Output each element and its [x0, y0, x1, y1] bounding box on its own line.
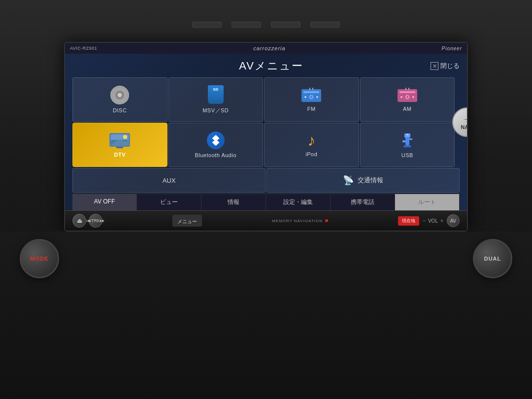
usb-icon [400, 132, 414, 149]
svg-point-11 [406, 96, 408, 98]
aux-button[interactable]: AUX [72, 168, 266, 193]
dtv-icon [108, 132, 131, 149]
traffic-button[interactable]: 📡 交通情報 [266, 168, 460, 193]
model-label: AVIC-RZ901 [70, 46, 97, 51]
mode-knob[interactable]: MODE [20, 239, 59, 278]
msvsd-label: MSV／SD [202, 107, 229, 114]
prev-button[interactable]: ⏮TRK⏭ [89, 214, 102, 228]
disc-button[interactable]: DISC [72, 77, 167, 122]
power-indicator [325, 219, 328, 222]
svg-rect-9 [399, 91, 415, 93]
dual-knob-label: DUAL [484, 256, 501, 262]
navi-label: NAVI [461, 124, 468, 130]
vol-label: VOL [428, 218, 438, 224]
vent-slot [271, 22, 300, 28]
disc-icon [110, 86, 129, 104]
dtv-button[interactable]: DTV [72, 123, 167, 167]
menu-group: メニュー [172, 215, 202, 227]
carrozzeria-label: carrozzeria [253, 45, 285, 51]
car-interior: MODE DUAL [0, 232, 532, 399]
bluetooth-icon [207, 132, 225, 149]
svg-rect-1 [303, 91, 319, 93]
svg-point-27 [406, 133, 408, 135]
note-icon: ♪ [307, 133, 315, 148]
menu-label: メニュー [177, 219, 197, 224]
fm-icon [300, 87, 322, 103]
traffic-icon: 📡 [343, 175, 354, 186]
tab-info[interactable]: 情報 [201, 194, 266, 210]
close-x-icon: ✕ [431, 62, 438, 70]
left-controls: ⏏ ⏮TRK⏭ [72, 214, 102, 228]
svg-point-4 [304, 96, 306, 98]
vent-slot [310, 22, 340, 28]
right-controls: 現在地 － VOL ＋ AV [398, 214, 460, 227]
svg-point-13 [412, 96, 414, 98]
svg-rect-24 [403, 145, 411, 147]
svg-point-20 [123, 135, 127, 139]
memory-nav-label: MEMORY NAVIGATION [272, 219, 323, 223]
vol-plus-icon: ＋ [439, 217, 444, 224]
svg-rect-26 [409, 138, 412, 140]
vol-group: － VOL ＋ [422, 217, 444, 224]
svg-rect-21 [116, 147, 123, 148]
usb-label: USB [401, 152, 413, 158]
tab-route[interactable]: ルート [395, 194, 460, 210]
svg-rect-25 [402, 140, 405, 142]
screen-title: AVメニュー [112, 59, 431, 73]
usb-button[interactable]: USB [360, 123, 455, 167]
av-grid: DISC MSV／SD [72, 77, 455, 167]
controls-bar: ⏏ ⏮TRK⏭ メニュー MEMORY NAVIGATION 現在地 － VOL… [65, 210, 467, 231]
vent-slot [192, 22, 222, 28]
fm-button[interactable]: FM [264, 77, 359, 122]
bluetooth-audio-label: Bluetooth Audio [195, 152, 236, 158]
svg-point-3 [310, 96, 312, 98]
ipod-label: iPod [305, 151, 317, 157]
aux-label: AUX [163, 177, 176, 184]
head-unit: AVIC-RZ901 carrozzeria Pioneer AVメニュー ✕ … [64, 42, 468, 232]
msvsd-button[interactable]: MSV／SD [168, 77, 264, 122]
screen-header: AVメニュー ✕ 閉じる [72, 59, 460, 73]
fm-label: FM [307, 106, 316, 112]
dual-knob[interactable]: DUAL [473, 239, 512, 278]
svg-rect-14 [405, 88, 406, 90]
menu-button[interactable]: メニュー [172, 215, 202, 227]
dtv-label: DTV [114, 152, 126, 158]
svg-rect-7 [312, 88, 313, 90]
am-button[interactable]: AM [360, 77, 455, 122]
tab-settings[interactable]: 設定・編集 [266, 194, 331, 210]
svg-rect-15 [408, 88, 409, 90]
close-button[interactable]: ✕ 閉じる [431, 62, 460, 70]
svg-point-12 [400, 96, 402, 98]
tab-bar: AV OFF ビュー 情報 設定・編集 携帯電話 ルート [72, 194, 460, 210]
av-button[interactable]: AV [447, 214, 460, 227]
ipod-button[interactable]: ♪ iPod [264, 123, 359, 167]
center-group: MEMORY NAVIGATION [272, 219, 328, 223]
av-row-bottom: AUX 📡 交通情報 [72, 168, 460, 193]
mode-knob-label: MODE [31, 256, 49, 262]
pioneer-label: Pioneer [442, 46, 462, 51]
disc-label: DISC [113, 107, 127, 113]
top-vents [0, 10, 532, 39]
vol-minus-icon: － [422, 217, 427, 224]
am-icon [397, 87, 418, 103]
svg-point-5 [316, 96, 318, 98]
current-location-button[interactable]: 現在地 [398, 216, 419, 226]
sd-icon [208, 85, 224, 104]
eject-button[interactable]: ⏏ [72, 214, 86, 228]
traffic-label: 交通情報 [358, 176, 383, 185]
am-label: AM [403, 106, 412, 112]
close-label: 閉じる [440, 62, 460, 70]
tab-view[interactable]: ビュー [137, 194, 201, 210]
svg-rect-6 [309, 88, 310, 90]
av-screen: AVメニュー ✕ 閉じる DISC MSV／SD [65, 54, 467, 210]
bluetooth-audio-button[interactable]: Bluetooth Audio [168, 123, 264, 167]
tab-av-off[interactable]: AV OFF [72, 194, 137, 210]
car-frame: AVIC-RZ901 carrozzeria Pioneer AVメニュー ✕ … [0, 0, 532, 399]
navi-arrow-icon: → [463, 115, 468, 124]
tab-phone[interactable]: 携帯電話 [331, 194, 395, 210]
brand-bar: AVIC-RZ901 carrozzeria Pioneer [65, 43, 467, 54]
vent-slot [232, 22, 261, 28]
